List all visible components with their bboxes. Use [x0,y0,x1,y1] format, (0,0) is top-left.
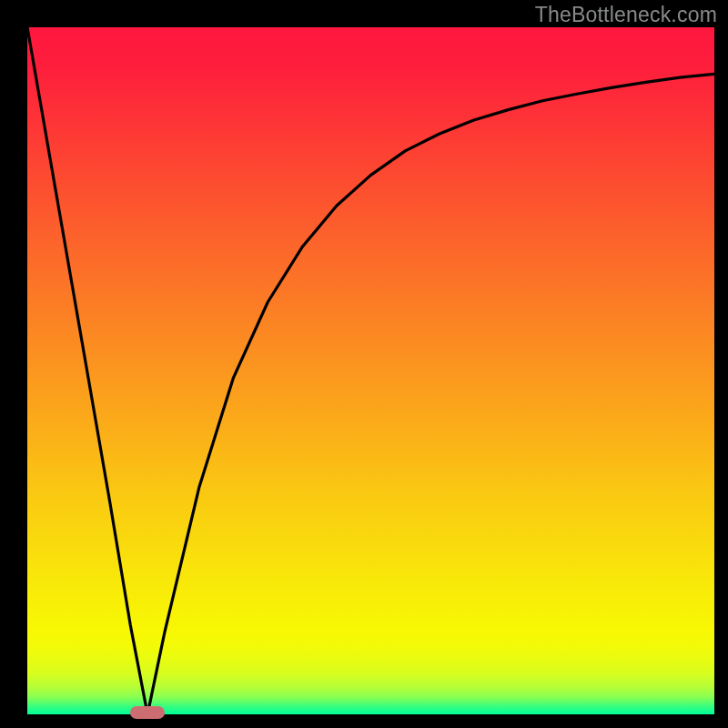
curve-svg [27,27,714,714]
chart-frame: TheBottleneck.com [0,0,728,728]
plot-area [27,27,714,714]
optimal-point-marker [130,706,165,719]
bottleneck-curve [27,27,714,714]
watermark-text: TheBottleneck.com [535,3,717,27]
